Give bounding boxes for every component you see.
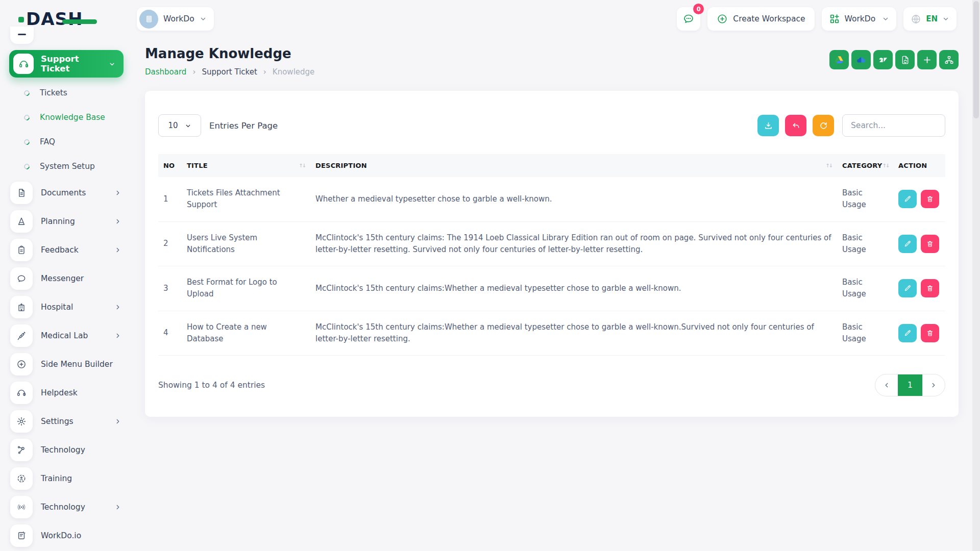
chevron-down-icon <box>185 122 191 129</box>
logo-text: DASH <box>26 9 83 29</box>
previous-page-button[interactable] <box>875 374 898 396</box>
add-button[interactable] <box>917 50 937 69</box>
scrollbar-thumb[interactable] <box>973 1 979 118</box>
file-sync-button[interactable] <box>895 50 915 69</box>
chevron-left-icon <box>883 382 890 389</box>
onedrive-icon <box>856 55 867 65</box>
sidebar-item-planning[interactable]: Planning <box>0 207 133 236</box>
export-button[interactable] <box>757 115 779 136</box>
sidebar-item-tickets[interactable]: Tickets <box>0 81 133 105</box>
delete-button[interactable] <box>921 279 939 297</box>
chevron-down-icon <box>200 15 207 22</box>
apps-menu-button[interactable]: WorkDo <box>822 7 897 31</box>
messages-button[interactable]: 0 <box>677 7 700 31</box>
sidebar-item-label: Helpdesk <box>41 388 78 397</box>
edit-button[interactable] <box>898 190 917 208</box>
sidebar-item-side-menu-builder[interactable]: Side Menu Builder <box>0 350 133 379</box>
breadcrumb: Dashboard › Support Ticket › Knowledge <box>145 67 314 77</box>
app-logo: DASH <box>18 9 128 29</box>
file-sync-icon <box>900 55 910 65</box>
sidebar-item-label: Settings <box>41 417 74 426</box>
breadcrumb-support-ticket[interactable]: Support Ticket <box>202 67 257 77</box>
sidebar-item-feedback[interactable]: Feedback <box>0 236 133 264</box>
cell-description: Whether a medieval typesetter chose to g… <box>310 177 837 221</box>
trash-icon <box>926 240 934 248</box>
plus-circle-icon <box>717 13 728 24</box>
chevron-right-icon <box>114 304 121 311</box>
knowledge-card: 10 Entries Per Page <box>145 91 959 417</box>
google-drive-button[interactable] <box>829 50 849 69</box>
language-selector[interactable]: EN <box>903 7 957 31</box>
create-workspace-button[interactable]: Create Workspace <box>707 7 814 31</box>
sort-icon[interactable] <box>882 163 889 168</box>
page-number-current[interactable]: 1 <box>898 374 922 396</box>
page-scrollbar[interactable] <box>972 0 980 551</box>
sidebar-item-partial[interactable] <box>10 27 34 44</box>
cell-no: 1 <box>158 177 182 221</box>
language-code: EN <box>926 14 938 23</box>
create-workspace-label: Create Workspace <box>733 14 805 23</box>
column-action: ACTION <box>893 154 945 177</box>
sidebar-item-label: Planning <box>41 217 75 226</box>
edit-button[interactable] <box>898 279 917 297</box>
sidebar-item-technology-1[interactable]: Technology <box>0 436 133 464</box>
trash-icon <box>926 284 934 292</box>
sidebar-item-support-ticket[interactable]: Support Ticket <box>9 50 124 78</box>
edit-button[interactable] <box>898 324 917 342</box>
entries-per-page-select[interactable]: 10 <box>158 114 201 137</box>
chat-icon <box>682 13 695 25</box>
reset-button[interactable] <box>785 115 806 136</box>
delete-button[interactable] <box>921 324 939 342</box>
chevron-right-icon: › <box>263 67 266 77</box>
header-quick-actions <box>829 50 959 69</box>
sidebar-item-helpdesk[interactable]: Helpdesk <box>0 379 133 407</box>
sitemap-button[interactable] <box>939 50 959 69</box>
pencil-icon <box>903 195 912 203</box>
edit-button[interactable] <box>898 235 917 253</box>
share-nodes-icon <box>10 439 33 461</box>
search-input[interactable] <box>842 114 945 137</box>
sidebar-item-knowledge-base[interactable]: Knowledge Base <box>0 105 133 130</box>
cell-title: Tickets Files Attachment Support <box>182 177 310 221</box>
sidebar-item-system-setup[interactable]: System Setup <box>0 154 133 179</box>
zendesk-button[interactable] <box>873 50 893 69</box>
showing-entries-text: Showing 1 to 4 of 4 entries <box>158 381 265 390</box>
sort-icon[interactable] <box>825 163 832 168</box>
sidebar-item-technology-2[interactable]: Technology <box>0 493 133 521</box>
column-description[interactable]: DESCRIPTION <box>310 154 837 177</box>
sidebar-item-hospital[interactable]: Hospital <box>0 293 133 321</box>
undo-icon <box>791 121 801 131</box>
sidebar-item-label: Tickets <box>40 88 67 97</box>
workspace-selector[interactable]: WorkDo <box>137 7 214 31</box>
sidebar-item-medical-lab[interactable]: Medical Lab <box>0 321 133 350</box>
google-drive-icon <box>834 55 844 65</box>
entries-per-page-label: Entries Per Page <box>209 121 278 131</box>
onedrive-button[interactable] <box>851 50 871 69</box>
sidebar-item-training[interactable]: Training <box>0 464 133 493</box>
cell-title: Users Live System Notifications <box>182 221 310 266</box>
column-title[interactable]: TITLE <box>182 154 310 177</box>
column-category[interactable]: CATEGORY <box>837 154 893 177</box>
delete-button[interactable] <box>921 190 939 208</box>
chevron-down-icon <box>109 60 115 68</box>
syringe-icon <box>10 324 33 347</box>
sidebar-item-settings[interactable]: Settings <box>0 407 133 436</box>
sidebar-item-messenger[interactable]: Messenger <box>0 264 133 293</box>
chevron-down-icon <box>942 15 949 22</box>
next-page-button[interactable] <box>922 374 945 396</box>
trash-icon <box>926 195 934 203</box>
refresh-button[interactable] <box>813 115 834 136</box>
clipboard-icon <box>10 239 33 261</box>
delete-button[interactable] <box>921 235 939 253</box>
sort-icon[interactable] <box>299 163 305 168</box>
sidebar-item-faq[interactable]: FAQ <box>0 130 133 154</box>
cell-no: 3 <box>158 266 182 311</box>
page-title: Manage Knowledge <box>145 46 314 61</box>
chevron-down-icon <box>882 15 889 22</box>
sidebar-item-workdo-io[interactable]: WorkDo.io <box>0 521 133 550</box>
breadcrumb-knowledge: Knowledge <box>273 67 314 77</box>
breadcrumb-dashboard[interactable]: Dashboard <box>145 67 186 77</box>
logo-dash-icon <box>62 19 97 24</box>
sidebar-item-documents[interactable]: Documents <box>0 179 133 207</box>
hospital-icon <box>10 296 33 318</box>
